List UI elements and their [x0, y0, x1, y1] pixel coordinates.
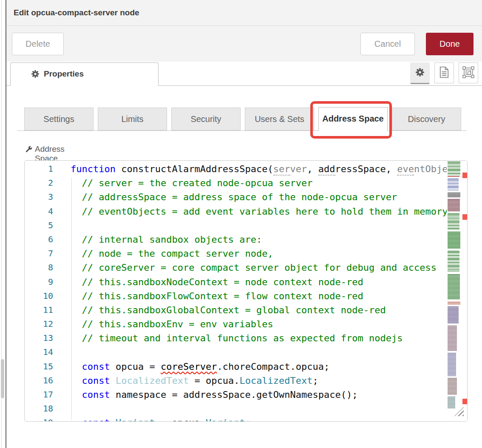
- minimap-code-block: [448, 353, 456, 376]
- code-token: ressSpace: [335, 164, 386, 174]
- code-lines[interactable]: function constructAlarmAddressSpace(serv…: [71, 162, 447, 422]
- delete-button[interactable]: Delete: [12, 33, 64, 55]
- document-icon: [439, 66, 449, 80]
- code-line[interactable]: // this.sandboxFlowContext = flow contex…: [71, 289, 447, 303]
- code-token: // this.sandboxFlowContext = flow contex…: [82, 291, 363, 301]
- code-line[interactable]: const Variant = opcua.Variant;: [71, 416, 447, 422]
- minimap-code-block: [448, 306, 459, 323]
- node-config-tabs: SettingsLimitsSecurityUsers & SetsAddres…: [17, 108, 467, 131]
- code-token: [71, 319, 82, 329]
- line-number: 10: [25, 289, 53, 303]
- tab-properties[interactable]: Properties: [10, 62, 159, 86]
- code-token: // this.sandboxEnv = env variables: [82, 319, 273, 329]
- code-line[interactable]: // this.sandboxGlobalContext = global co…: [71, 303, 447, 317]
- code-line[interactable]: // timeout and interval functions as exp…: [71, 331, 447, 345]
- dialog-panel: Edit opcua-compact-server node Delete Ca…: [6, 0, 482, 448]
- code-line[interactable]: [71, 218, 447, 233]
- error-marker: [462, 214, 468, 220]
- minimap-code-block: [448, 176, 459, 178]
- code-line[interactable]: // this.sandboxEnv = env variables: [71, 317, 447, 331]
- tab-address-space[interactable]: Address Space: [318, 107, 388, 131]
- node-description-icon-button[interactable]: [434, 62, 454, 83]
- editor-line-numbers: 12345678910111213141516171819: [25, 162, 53, 422]
- code-line[interactable]: [71, 402, 447, 416]
- wrench-icon: [24, 145, 33, 156]
- code-token: add: [318, 164, 335, 176]
- code-line[interactable]: const LocalizedText = opcua.LocalizedTex…: [71, 374, 447, 388]
- page-left-gutter: [0, 0, 6, 448]
- edit-node-dialog: Edit opcua-compact-server node Delete Ca…: [0, 0, 482, 448]
- line-number: 19: [25, 416, 53, 422]
- minimap-code-block: [448, 274, 460, 300]
- line-number: 13: [25, 331, 53, 345]
- line-number: 12: [25, 317, 53, 331]
- code-token: // node = the compact server node,: [82, 248, 273, 259]
- node-properties-icon-button[interactable]: [410, 62, 430, 83]
- node-appearance-icon-button[interactable]: [459, 62, 478, 83]
- tab-limits[interactable]: Limits: [98, 108, 167, 130]
- code-token: // timeout and interval functions as exp…: [82, 333, 403, 343]
- code-line[interactable]: // server = the created node-opcua serve…: [71, 176, 447, 190]
- cancel-button[interactable]: Cancel: [360, 33, 415, 55]
- line-number: 4: [25, 204, 53, 218]
- minimap-code-block: [448, 378, 457, 395]
- minimap-code-block: [448, 193, 460, 198]
- line-number: 18: [25, 402, 53, 416]
- code-token: const: [82, 375, 110, 386]
- code-token: [71, 417, 82, 422]
- code-token: [71, 291, 82, 301]
- tab-settings[interactable]: Settings: [24, 108, 94, 130]
- code-token: ,: [386, 164, 397, 174]
- code-editor[interactable]: 12345678910111213141516171819 function c…: [24, 160, 468, 422]
- code-token: eve: [397, 164, 414, 176]
- minimap-code-block: [448, 302, 460, 305]
- properties-tab-label: Properties: [44, 69, 84, 79]
- editor-minimap[interactable]: [447, 161, 461, 421]
- tab-security[interactable]: Security: [171, 108, 241, 130]
- properties-strip: Properties: [6, 62, 482, 86]
- minimap-code-block: [448, 326, 457, 351]
- code-line[interactable]: // eventObjects = add event variables he…: [71, 204, 447, 218]
- minimap-code-block: [448, 213, 459, 230]
- tab-users-sets[interactable]: Users & Sets: [245, 108, 314, 130]
- code-line[interactable]: [71, 345, 447, 359]
- done-button[interactable]: Done: [426, 33, 473, 55]
- code-token: // this.sandboxNodeContext = node contex…: [82, 277, 363, 287]
- code-line[interactable]: function constructAlarmAddressSpace(serv…: [71, 162, 447, 176]
- code-line[interactable]: // this.sandboxNodeContext = node contex…: [71, 275, 447, 289]
- gear-icon: [415, 68, 425, 79]
- minimap-code-block: [448, 179, 459, 190]
- code-token: // this.sandboxGlobalContext = global co…: [82, 305, 386, 315]
- code-token: function: [71, 164, 116, 174]
- line-number: 5: [25, 218, 53, 233]
- code-line[interactable]: // internal sandbox objects are:: [71, 233, 447, 247]
- code-line[interactable]: const namespace = addressSpace.getOwnNam…: [71, 388, 447, 402]
- page-scrollbar-thumb[interactable]: [1, 359, 4, 398]
- code-line[interactable]: // addressSpace = address space of the n…: [71, 190, 447, 204]
- line-number: 9: [25, 275, 53, 289]
- code-token: constructAlarmAddressSpace(: [116, 164, 273, 174]
- code-line[interactable]: // node = the compact server node,: [71, 247, 447, 261]
- code-token: ,: [307, 164, 318, 174]
- minimap-code-block: [448, 199, 460, 212]
- code-token: [71, 178, 82, 188]
- code-token: ser: [273, 164, 290, 176]
- editor-overview-ruler: [461, 161, 468, 421]
- code-token: Variant: [206, 417, 245, 422]
- code-token: = opcua.: [155, 417, 206, 422]
- line-number: 6: [25, 233, 53, 247]
- dialog-title: Edit opcua-compact-server node: [14, 8, 139, 17]
- code-line[interactable]: const opcua = coreServer.choreCompact.op…: [71, 360, 447, 374]
- code-token: LocalizedText: [116, 375, 189, 386]
- code-token: [71, 234, 82, 245]
- dialog-button-row: Delete Cancel Done: [6, 26, 482, 62]
- code-line[interactable]: // coreServer = core compact server obje…: [71, 261, 447, 275]
- code-token: const: [82, 389, 110, 400]
- code-token: // server = the created node-opcua serve…: [82, 178, 313, 188]
- minimap-code-block: [448, 162, 460, 176]
- code-token: LocalizedText: [239, 375, 312, 386]
- code-token: = opcua.: [189, 375, 239, 386]
- minimap-code-block: [448, 251, 459, 272]
- code-token: coreServer: [161, 361, 217, 372]
- tab-discovery[interactable]: Discovery: [392, 108, 461, 130]
